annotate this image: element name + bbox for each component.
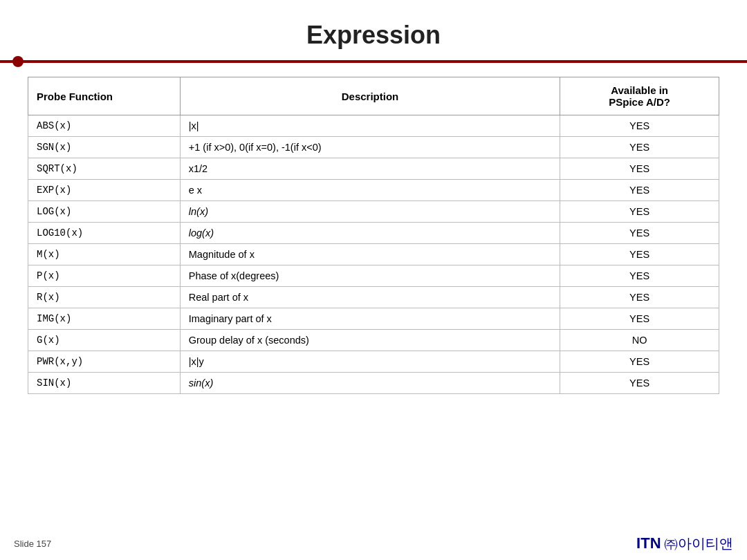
col-header-probe-function: Probe Function [28,77,181,115]
cell-available: YES [560,115,719,137]
cell-available: YES [560,137,719,158]
cell-available: YES [560,308,719,330]
table-row: M(x)Magnitude of xYES [28,244,719,265]
table-row: P(x)Phase of x(degrees)YES [28,265,719,287]
table-row: ABS(x)|x|YES [28,115,719,137]
cell-description: ln(x) [180,201,560,223]
brand-logo: ITN ㈜아이티앤 [636,534,733,553]
cell-available: YES [560,180,719,201]
cell-probe-function: R(x) [28,287,181,308]
table-row: R(x)Real part of xYES [28,287,719,308]
cell-description: log(x) [180,223,560,244]
cell-probe-function: LOG(x) [28,201,181,223]
cell-probe-function: G(x) [28,330,181,351]
table-row: EXP(x)e xYES [28,180,719,201]
cell-available: YES [560,223,719,244]
cell-available: YES [560,244,719,265]
cell-description: Phase of x(degrees) [180,265,560,287]
table-row: SIN(x)sin(x)YES [28,373,719,394]
cell-description: e x [180,180,560,201]
cell-probe-function: PWR(x,y) [28,351,181,373]
table-row: PWR(x,y)|x|yYES [28,351,719,373]
cell-description: +1 (if x>0), 0(if x=0), -1(if x<0) [180,137,560,158]
cell-description: Real part of x [180,287,560,308]
cell-description: sin(x) [180,373,560,394]
cell-probe-function: P(x) [28,265,181,287]
cell-probe-function: SGN(x) [28,137,181,158]
red-line-divider [0,60,747,63]
brand-korean-text: ㈜아이티앤 [664,536,733,551]
table-row: IMG(x)Imaginary part of xYES [28,308,719,330]
table-row: LOG(x)ln(x)YES [28,201,719,223]
cell-probe-function: EXP(x) [28,180,181,201]
cell-description: Imaginary part of x [180,308,560,330]
footer: Slide 157 ITN ㈜아이티앤 [0,534,747,553]
probe-functions-table: Probe Function Description Available inP… [28,77,719,394]
col-header-available: Available inPSpice A/D? [560,77,719,115]
table-row: LOG10(x)log(x)YES [28,223,719,244]
cell-description: Magnitude of x [180,244,560,265]
col-header-description: Description [180,77,560,115]
cell-available: YES [560,351,719,373]
cell-description: |x|y [180,351,560,373]
cell-description: |x| [180,115,560,137]
cell-available: YES [560,158,719,180]
cell-available: YES [560,373,719,394]
table-container: Probe Function Description Available inP… [28,77,719,394]
cell-available: YES [560,201,719,223]
cell-probe-function: SQRT(x) [28,158,181,180]
table-row: SQRT(x)x1/2YES [28,158,719,180]
cell-probe-function: ABS(x) [28,115,181,137]
brand-text: ITN [636,534,661,552]
table-row: SGN(x)+1 (if x>0), 0(if x=0), -1(if x<0)… [28,137,719,158]
cell-available: NO [560,330,719,351]
cell-description: x1/2 [180,158,560,180]
page-title: Expression [0,0,747,60]
cell-probe-function: LOG10(x) [28,223,181,244]
cell-probe-function: M(x) [28,244,181,265]
cell-probe-function: IMG(x) [28,308,181,330]
cell-available: YES [560,265,719,287]
cell-available: YES [560,287,719,308]
slide-number: Slide 157 [14,539,51,549]
cell-description: Group delay of x (seconds) [180,330,560,351]
table-header-row: Probe Function Description Available inP… [28,77,719,115]
table-row: G(x)Group delay of x (seconds)NO [28,330,719,351]
cell-probe-function: SIN(x) [28,373,181,394]
